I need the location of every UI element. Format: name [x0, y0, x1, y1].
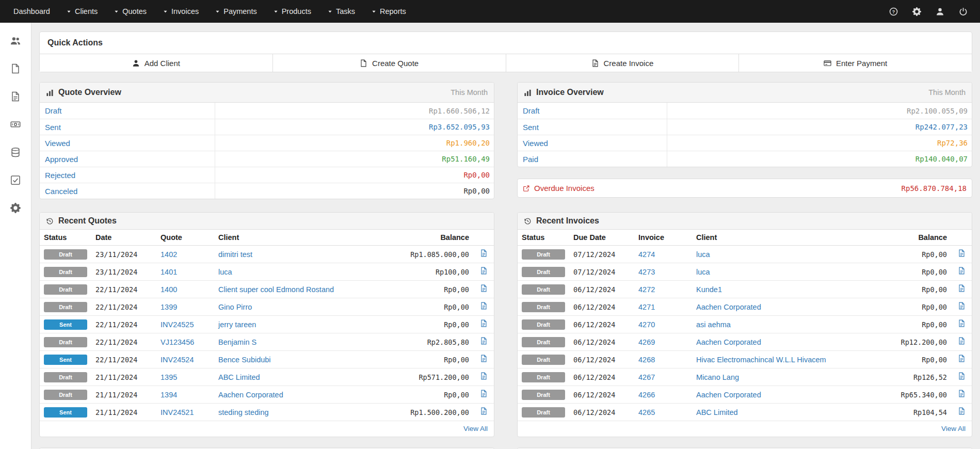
nav-item-label: Products	[282, 7, 311, 15]
invoice-number-link[interactable]: 4266	[638, 391, 655, 399]
pdf-button[interactable]	[480, 249, 488, 257]
client-link[interactable]: Benjamin S	[218, 338, 256, 346]
sidebar-item-quotes[interactable]	[0, 55, 31, 83]
pdf-button[interactable]	[958, 249, 966, 257]
invoice-number-link[interactable]: 4271	[638, 303, 655, 311]
client-link[interactable]: Aachen Corporated	[696, 391, 761, 399]
pdf-button[interactable]	[480, 319, 488, 327]
quote-number-link[interactable]: INV24521	[160, 408, 194, 416]
overdue-invoices-link[interactable]: Overdue Invoices	[523, 184, 595, 193]
invoice-number-link[interactable]: 4273	[638, 268, 655, 276]
invoice-number-link[interactable]: 4270	[638, 320, 655, 329]
sidebar-item-tasks[interactable]	[0, 166, 31, 194]
nav-item-reports[interactable]: Reports	[363, 0, 414, 23]
pdf-button[interactable]	[958, 337, 966, 345]
client-link[interactable]: Aachen Corporated	[696, 303, 761, 311]
nav-item-clients[interactable]: Clients	[58, 0, 106, 23]
quote-number-link[interactable]: 1400	[160, 285, 177, 294]
quote-overview-draft-link[interactable]: Draft	[45, 106, 62, 115]
pdf-button[interactable]	[958, 390, 966, 397]
view-all-quotes-link[interactable]: View All	[40, 421, 494, 437]
pdf-icon	[480, 337, 488, 345]
client-link[interactable]: Kunde1	[696, 285, 722, 294]
nav-item-invoices[interactable]: Invoices	[155, 0, 207, 23]
pdf-button[interactable]	[958, 267, 966, 275]
sidebar-item-settings[interactable]	[0, 194, 31, 222]
pdf-button[interactable]	[480, 284, 488, 292]
pdf-button[interactable]	[958, 319, 966, 327]
quote-overview-sent-link[interactable]: Sent	[45, 123, 61, 132]
pdf-button[interactable]	[480, 267, 488, 275]
invoice-overview-draft-link[interactable]: Draft	[523, 106, 540, 115]
invoice-overview-viewed-link[interactable]: Viewed	[523, 139, 548, 148]
pdf-button[interactable]	[480, 372, 488, 380]
nav-item-payments[interactable]: Payments	[207, 0, 265, 23]
invoice-number-link[interactable]: 4272	[638, 285, 655, 294]
client-link[interactable]: steding steding	[218, 408, 269, 416]
nav-item-products[interactable]: Products	[265, 0, 319, 23]
sidebar-item-payments[interactable]	[0, 110, 31, 138]
create-quote-button[interactable]: Create Quote	[273, 54, 506, 72]
pdf-button[interactable]	[958, 284, 966, 292]
quote-overview-viewed-link[interactable]: Viewed	[45, 139, 70, 148]
client-link[interactable]: Gino Pirro	[218, 303, 252, 311]
client-link[interactable]: Micano Lang	[696, 373, 739, 381]
quote-number-link[interactable]: VJ123456	[160, 338, 194, 346]
invoice-number-link[interactable]: 4267	[638, 373, 655, 381]
quote-number-link[interactable]: 1395	[160, 373, 177, 381]
client-link[interactable]: Bence Subidubi	[218, 356, 271, 364]
pdf-button[interactable]	[958, 407, 966, 415]
invoice-number-link[interactable]: 4268	[638, 356, 655, 364]
client-link[interactable]: asi aehma	[696, 320, 731, 329]
nav-item-quotes[interactable]: Quotes	[106, 0, 155, 23]
add-client-button[interactable]: Add Client	[40, 54, 273, 72]
quote-number-link[interactable]: 1394	[160, 391, 177, 399]
pdf-button[interactable]	[480, 407, 488, 415]
invoice-overview-sent-link[interactable]: Sent	[523, 123, 539, 132]
nav-item-dashboard[interactable]: Dashboard	[5, 0, 58, 23]
pdf-button[interactable]	[480, 355, 488, 362]
logout-button[interactable]	[952, 0, 975, 23]
client-link[interactable]: luca	[696, 268, 710, 276]
users-icon	[10, 36, 21, 46]
quote-overview-rejected-link[interactable]: Rejected	[45, 171, 75, 180]
client-link[interactable]: luca	[696, 250, 710, 259]
pdf-button[interactable]	[480, 337, 488, 345]
quote-number-link[interactable]: 1402	[160, 250, 177, 259]
pdf-button[interactable]	[958, 302, 966, 310]
invoice-number-link[interactable]: 4265	[638, 408, 655, 416]
enter-payment-button[interactable]: Enter Payment	[739, 54, 972, 72]
client-link[interactable]: Client super cool Edmond Rostand	[218, 285, 334, 294]
nav-item-tasks[interactable]: Tasks	[319, 0, 363, 23]
create-invoice-button[interactable]: Create Invoice	[506, 54, 740, 72]
settings-button[interactable]	[905, 0, 928, 23]
profile-button[interactable]	[928, 0, 952, 23]
client-link[interactable]: Hivac Electromachincal W.L.L Hivacem	[696, 356, 826, 364]
quote-overview-canceled-link[interactable]: Canceled	[45, 187, 77, 196]
client-link[interactable]: luca	[218, 268, 232, 276]
help-button[interactable]: ?	[882, 0, 905, 23]
client-link[interactable]: ABC Limited	[218, 373, 260, 381]
client-link[interactable]: Aachen Corporated	[696, 338, 761, 346]
pdf-icon	[958, 407, 966, 415]
sidebar-item-products[interactable]	[0, 138, 31, 166]
quote-number-link[interactable]: 1399	[160, 303, 177, 311]
view-all-invoices-link[interactable]: View All	[518, 421, 972, 437]
client-link[interactable]: dimitri test	[218, 250, 252, 259]
pdf-button[interactable]	[958, 355, 966, 362]
sidebar-item-invoices[interactable]	[0, 83, 31, 110]
invoice-overview-paid-link[interactable]: Paid	[523, 155, 538, 164]
quote-number-link[interactable]: 1401	[160, 268, 177, 276]
pdf-button[interactable]	[480, 302, 488, 310]
invoice-number-link[interactable]: 4269	[638, 338, 655, 346]
pdf-button[interactable]	[958, 372, 966, 380]
client-link[interactable]: jerry tareen	[218, 320, 256, 329]
client-link[interactable]: ABC Limited	[696, 408, 738, 416]
pdf-button[interactable]	[480, 390, 488, 397]
sidebar-item-clients[interactable]	[0, 27, 31, 55]
client-link[interactable]: Aachen Corporated	[218, 391, 283, 399]
quote-number-link[interactable]: INV24525	[160, 320, 194, 329]
invoice-number-link[interactable]: 4274	[638, 250, 655, 259]
quote-overview-approved-link[interactable]: Approved	[45, 155, 78, 164]
quote-number-link[interactable]: INV24524	[160, 356, 194, 364]
